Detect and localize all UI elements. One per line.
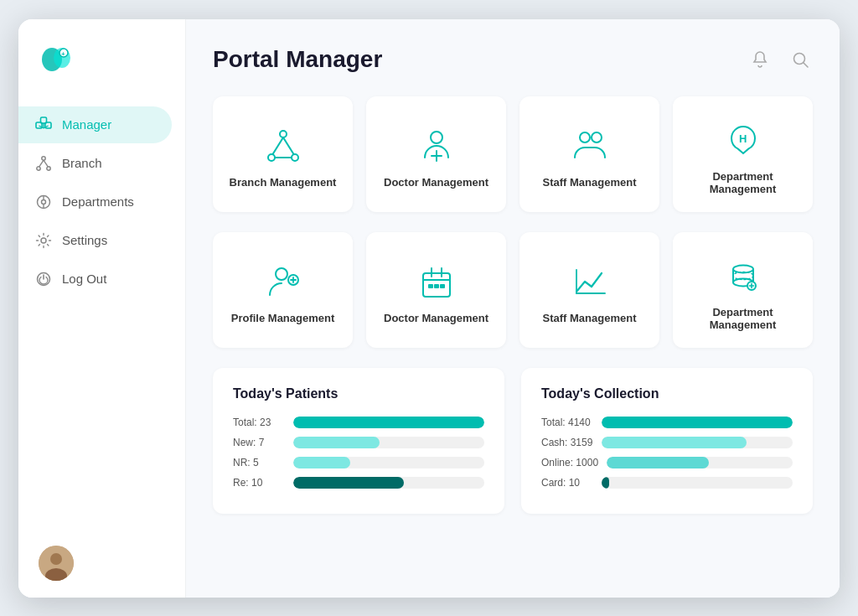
sidebar-item-logout[interactable]: Log Out bbox=[18, 261, 172, 298]
doctor-management-card[interactable]: Doctor Management bbox=[366, 96, 506, 212]
staff-management2-card[interactable]: Staff Management bbox=[519, 232, 659, 348]
sidebar-item-manager-label: Manager bbox=[62, 117, 111, 132]
sidebar-nav: Manager Branch bbox=[18, 106, 185, 529]
sidebar-item-manager[interactable]: Manager bbox=[18, 106, 172, 143]
app-window: + Manager bbox=[18, 19, 840, 598]
patients-bar-nr-track bbox=[293, 457, 484, 468]
branch-mgmt-icon bbox=[263, 126, 303, 166]
sidebar-item-logout-label: Log Out bbox=[62, 272, 106, 286]
collection-chart-title: Today's Collection bbox=[541, 386, 793, 401]
department-management-label: Department Management bbox=[686, 170, 799, 195]
bell-button[interactable] bbox=[747, 47, 773, 72]
svg-point-11 bbox=[37, 166, 40, 169]
collection-bars: Total: 4140 Cash: 3159 Online: 1000 bbox=[541, 417, 793, 489]
search-icon bbox=[791, 50, 809, 69]
sidebar-item-departments-label: Departments bbox=[62, 194, 134, 209]
patients-bar-total-fill bbox=[293, 417, 484, 428]
collection-bar-card: Card: 10 bbox=[541, 477, 793, 489]
branch-icon bbox=[35, 155, 52, 172]
department-management2-label: Department Management bbox=[686, 306, 799, 331]
collection-chart-card: Today's Collection Total: 4140 Cash: 315… bbox=[521, 368, 813, 514]
svg-point-16 bbox=[42, 199, 46, 204]
collection-bar-cash-fill bbox=[602, 437, 747, 448]
doctor-management2-label: Doctor Management bbox=[384, 312, 488, 324]
bell-icon bbox=[751, 50, 769, 69]
collection-bar-total-label: Total: 4140 bbox=[541, 417, 593, 428]
doctor-management2-card[interactable]: Doctor Management bbox=[366, 232, 506, 348]
search-button[interactable] bbox=[788, 47, 813, 72]
patients-bar-nr: NR: 5 bbox=[233, 457, 484, 468]
patients-bar-re: Re: 10 bbox=[233, 477, 484, 489]
collection-bar-online-track bbox=[607, 457, 793, 468]
svg-text:H: H bbox=[739, 132, 747, 145]
manager-icon bbox=[35, 116, 52, 133]
collection-bar-total-track bbox=[602, 417, 793, 428]
svg-point-27 bbox=[280, 131, 287, 137]
collection-bar-cash-track bbox=[602, 437, 793, 448]
charts-row: Today's Patients Total: 23 New: 7 bbox=[213, 368, 813, 514]
department-management2-card[interactable]: Department Management bbox=[673, 232, 813, 348]
staff-management-card[interactable]: Staff Management bbox=[519, 96, 659, 212]
svg-rect-48 bbox=[434, 284, 439, 288]
main-content: Portal Manager bbox=[186, 19, 840, 598]
avatar bbox=[18, 529, 185, 581]
avatar-image bbox=[39, 546, 74, 581]
cards-grid-row2: Profile Management Doctor Management bbox=[213, 232, 813, 348]
collection-bar-card-label: Card: 10 bbox=[541, 477, 593, 489]
svg-line-26 bbox=[804, 63, 808, 67]
svg-point-28 bbox=[268, 154, 275, 161]
patients-bar-total: Total: 23 bbox=[233, 417, 484, 428]
staff-mgmt2-icon bbox=[570, 261, 610, 302]
patients-bar-new-label: New: 7 bbox=[233, 437, 285, 448]
svg-point-10 bbox=[42, 156, 45, 159]
branch-management-label: Branch Management bbox=[230, 176, 337, 189]
branch-management-card[interactable]: Branch Management bbox=[213, 96, 353, 212]
patients-bar-re-fill bbox=[293, 477, 404, 489]
header-actions bbox=[747, 47, 813, 72]
app-logo-icon: + bbox=[39, 43, 75, 80]
collection-bar-total-fill bbox=[602, 417, 793, 428]
department-mgmt-icon: H bbox=[723, 120, 763, 160]
sidebar: + Manager bbox=[18, 19, 186, 598]
department-management-card[interactable]: H Department Management bbox=[673, 96, 813, 212]
doctor-mgmt2-icon bbox=[416, 261, 457, 302]
svg-rect-49 bbox=[440, 284, 445, 288]
sidebar-item-departments[interactable]: Departments bbox=[18, 184, 172, 220]
patients-bar-nr-label: NR: 5 bbox=[233, 457, 285, 468]
profile-mgmt-icon bbox=[263, 261, 303, 302]
collection-bar-cash: Cash: 3159 bbox=[541, 437, 793, 448]
patients-bar-new-track bbox=[293, 437, 484, 448]
svg-line-13 bbox=[39, 160, 44, 167]
doctor-mgmt-icon bbox=[416, 126, 457, 166]
collection-bar-online-label: Online: 1000 bbox=[541, 457, 598, 468]
svg-point-29 bbox=[292, 154, 298, 161]
svg-line-30 bbox=[272, 137, 283, 154]
sidebar-item-settings-label: Settings bbox=[62, 233, 107, 247]
settings-icon bbox=[35, 232, 52, 249]
svg-point-33 bbox=[431, 132, 442, 143]
collection-bar-online-fill bbox=[607, 457, 709, 468]
staff-mgmt-icon bbox=[570, 126, 610, 166]
logout-icon bbox=[35, 271, 52, 287]
svg-point-39 bbox=[276, 268, 287, 280]
collection-bar-cash-label: Cash: 3159 bbox=[541, 437, 593, 448]
patients-bar-total-track bbox=[293, 417, 484, 428]
main-header: Portal Manager bbox=[213, 46, 813, 73]
sidebar-item-branch[interactable]: Branch bbox=[18, 145, 172, 182]
page-title: Portal Manager bbox=[213, 46, 382, 73]
patients-bar-re-track bbox=[293, 477, 484, 489]
svg-point-19 bbox=[41, 238, 46, 243]
patients-chart-title: Today's Patients bbox=[233, 386, 484, 401]
svg-point-12 bbox=[47, 166, 50, 169]
cards-grid-row1: Branch Management Doctor Management bbox=[213, 96, 813, 212]
svg-point-23 bbox=[50, 553, 62, 565]
collection-bar-card-track bbox=[602, 477, 793, 489]
patients-bar-new: New: 7 bbox=[233, 437, 484, 448]
patients-chart-card: Today's Patients Total: 23 New: 7 bbox=[213, 368, 504, 514]
patients-bars: Total: 23 New: 7 NR: 5 bbox=[233, 417, 484, 489]
svg-point-37 bbox=[592, 132, 602, 142]
staff-management2-label: Staff Management bbox=[543, 312, 637, 324]
sidebar-item-settings[interactable]: Settings bbox=[18, 222, 172, 259]
departments-icon bbox=[35, 194, 52, 210]
profile-management-card[interactable]: Profile Management bbox=[213, 232, 353, 348]
